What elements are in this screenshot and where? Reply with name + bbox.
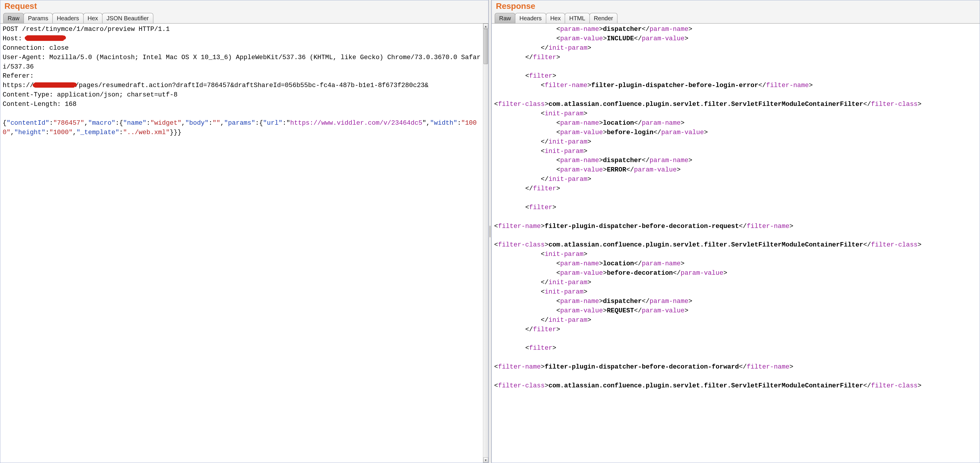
scroll-thumb[interactable] [484,29,488,64]
scroll-up-icon[interactable]: ▲ [483,24,488,29]
request-content-wrap: POST /rest/tinymce/1/macro/preview HTTP/… [0,23,488,463]
tab-params[interactable]: Params [24,13,52,24]
request-raw-content[interactable]: POST /rest/tinymce/1/macro/preview HTTP/… [0,24,483,463]
redacted-host [26,35,64,41]
tab-resp-html[interactable]: HTML [565,13,589,24]
response-pane: Response Raw Headers Hex HTML Render <pa… [492,0,980,463]
pane-splitter[interactable] [488,0,492,463]
scroll-track[interactable] [483,29,488,457]
request-title: Request [0,0,488,12]
redacted-referer [34,82,75,88]
scroll-down-icon[interactable]: ▼ [483,457,488,463]
response-tabs: Raw Headers Hex HTML Render [492,12,980,23]
splitter-grip-icon [489,226,491,237]
tab-hex[interactable]: Hex [83,13,103,24]
tab-headers[interactable]: Headers [52,13,84,24]
tab-resp-raw[interactable]: Raw [495,13,515,24]
tab-resp-headers[interactable]: Headers [515,13,546,24]
tab-raw[interactable]: Raw [3,13,24,24]
response-title: Response [492,0,980,12]
tab-resp-render[interactable]: Render [589,13,618,24]
request-pane: Request Raw Params Headers Hex JSON Beau… [0,0,488,463]
request-scrollbar[interactable]: ▲ ▼ [483,24,488,463]
tab-json-beautifier[interactable]: JSON Beautifier [102,13,153,24]
request-tabs: Raw Params Headers Hex JSON Beautifier [0,12,488,23]
tab-resp-hex[interactable]: Hex [546,13,565,24]
response-content-wrap: <param-name>dispatcher</param-name> <par… [492,23,980,463]
response-raw-content[interactable]: <param-name>dispatcher</param-name> <par… [492,24,980,463]
